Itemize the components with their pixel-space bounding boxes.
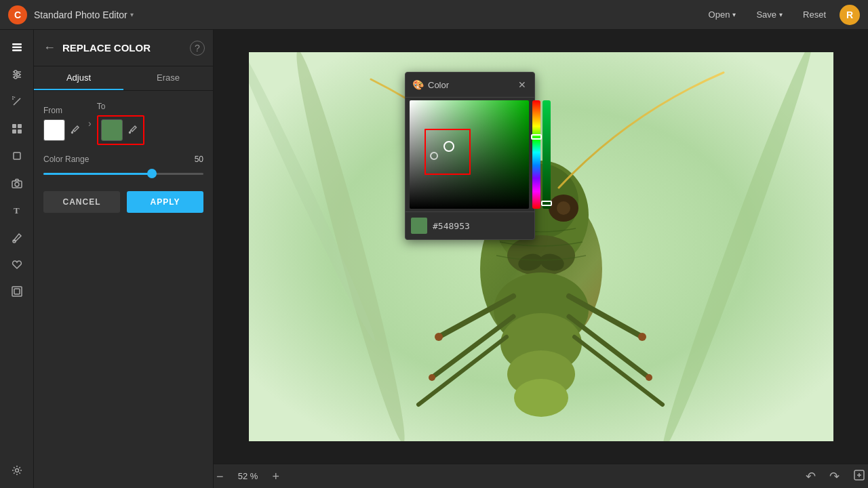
help-button[interactable]: ? — [190, 41, 205, 56]
to-picker-row — [101, 119, 140, 141]
camera-icon[interactable] — [5, 171, 29, 195]
color-wheel-icon: 🎨 — [412, 79, 424, 90]
color-preview-swatch — [411, 218, 427, 234]
brightness-thumb[interactable] — [541, 201, 552, 206]
svg-rect-15 — [12, 129, 16, 134]
to-section: To — [97, 102, 144, 145]
back-button[interactable]: ← — [42, 39, 57, 56]
hue-thumb[interactable] — [531, 134, 542, 140]
slider-fill — [43, 173, 152, 175]
tab-adjust[interactable]: Adjust — [34, 66, 123, 90]
from-section: From — [43, 106, 83, 141]
zoom-in-button[interactable]: + — [270, 470, 283, 483]
left-panel: ← REPLACE COLOR ? Adjust Erase From — [34, 30, 214, 488]
to-eyedropper-button[interactable] — [125, 122, 140, 139]
zoom-out-button[interactable]: − — [214, 470, 226, 483]
canvas-main — [214, 30, 868, 464]
popup-close-button[interactable]: ✕ — [517, 78, 528, 92]
bottombar: − 52 % + ↶ ↷ — [214, 464, 868, 488]
grid-icon[interactable] — [5, 117, 29, 141]
frames-icon[interactable] — [5, 279, 29, 304]
popup-footer — [406, 211, 534, 239]
panel-title: REPLACE COLOR — [62, 42, 184, 54]
svg-line-12 — [14, 97, 15, 98]
svg-point-46 — [514, 379, 568, 417]
svg-point-19 — [15, 182, 19, 186]
export-button[interactable] — [850, 469, 868, 484]
save-chevron: ▾ — [779, 11, 783, 18]
crop-icon[interactable] — [5, 144, 29, 168]
app-title-text: Standard Photo Editor — [34, 9, 127, 20]
color-gradient-area[interactable] — [410, 100, 529, 209]
from-to-arrow: › — [87, 118, 93, 129]
wand-icon[interactable] — [5, 89, 29, 114]
from-picker-row — [43, 119, 83, 141]
hex-input[interactable] — [433, 221, 547, 231]
avatar[interactable]: R — [840, 5, 860, 25]
photo-canvas — [249, 52, 833, 441]
panel-tabs: Adjust Erase — [34, 66, 213, 91]
color-range-header: Color Range 50 — [43, 155, 203, 164]
heart-icon[interactable] — [5, 252, 29, 277]
svg-point-24 — [15, 469, 18, 472]
hue-bar[interactable] — [532, 100, 540, 209]
adjust-icon[interactable] — [5, 62, 29, 87]
photo-svg — [249, 52, 833, 441]
from-to-row: From › To — [43, 102, 203, 145]
svg-rect-17 — [14, 152, 20, 159]
svg-point-39 — [557, 201, 570, 215]
svg-point-56 — [646, 374, 652, 381]
from-eyedropper-button[interactable] — [68, 122, 83, 139]
color-range-label: Color Range — [43, 155, 89, 164]
slider-thumb[interactable] — [147, 169, 157, 178]
from-color-swatch[interactable] — [43, 119, 65, 141]
tab-erase[interactable]: Erase — [123, 66, 213, 90]
color-range-value: 50 — [195, 155, 203, 164]
main-layout: T ← REPLACE COLOR ? Adjust Erase — [0, 30, 868, 488]
save-button[interactable]: Save ▾ — [749, 7, 789, 22]
undo-button[interactable]: ↶ — [803, 469, 818, 484]
open-label: Open — [709, 9, 730, 20]
app-title[interactable]: Standard Photo Editor ▾ — [34, 9, 134, 20]
reset-button[interactable]: Reset — [796, 7, 833, 22]
app-logo[interactable]: C — [8, 5, 27, 24]
color-picker-popup: 🎨 Color ✕ — [405, 72, 535, 240]
brightness-bar[interactable] — [542, 100, 551, 209]
canvas-area: 🎨 Color ✕ — [214, 30, 868, 488]
cancel-button[interactable]: CANCEL — [43, 191, 120, 213]
svg-rect-16 — [18, 129, 22, 134]
svg-rect-2 — [12, 49, 22, 52]
open-button[interactable]: Open ▾ — [702, 7, 743, 22]
to-swatch-container — [97, 115, 144, 145]
svg-point-55 — [638, 333, 646, 341]
svg-point-40 — [507, 235, 575, 276]
to-label: To — [97, 102, 144, 111]
panel-header: ← REPLACE COLOR ? — [34, 30, 213, 66]
gradient-picker[interactable] — [410, 100, 529, 209]
svg-point-6 — [14, 70, 17, 73]
color-range-slider-container — [43, 168, 203, 179]
svg-rect-14 — [18, 124, 22, 128]
text-icon[interactable]: T — [5, 198, 29, 222]
svg-point-7 — [17, 73, 20, 76]
action-buttons: CANCEL APPLY — [43, 191, 203, 213]
settings-icon[interactable] — [5, 458, 29, 483]
brush-icon[interactable] — [5, 225, 29, 249]
svg-rect-22 — [12, 287, 22, 296]
svg-point-8 — [14, 76, 17, 79]
apply-button[interactable]: APPLY — [127, 191, 203, 213]
slider-track — [43, 173, 203, 175]
svg-rect-0 — [12, 43, 22, 45]
gradient-handle-secondary[interactable] — [430, 152, 438, 160]
to-color-swatch[interactable] — [101, 119, 123, 141]
icon-sidebar: T — [0, 30, 34, 488]
svg-text:T: T — [14, 205, 20, 216]
svg-rect-23 — [14, 289, 20, 294]
svg-rect-1 — [12, 47, 22, 49]
panel-content: From › To — [34, 91, 213, 224]
gradient-handle-primary[interactable] — [443, 141, 454, 152]
redo-button[interactable]: ↷ — [827, 469, 842, 484]
layers-icon[interactable] — [5, 35, 29, 60]
popup-header: 🎨 Color ✕ — [406, 73, 534, 98]
app-title-chevron: ▾ — [130, 11, 134, 18]
